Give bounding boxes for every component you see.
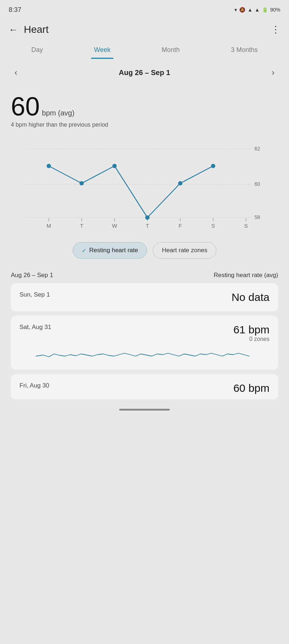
day-bpm-sat: 61 bpm [233, 324, 269, 336]
network-icon: ▲ [255, 7, 260, 13]
chart-point-fri [178, 181, 182, 185]
svg-text:62: 62 [254, 146, 260, 152]
day-value-col-sat: 61 bpm 0 zones [233, 324, 269, 342]
mute-icon: 🔕 [239, 7, 245, 13]
day-card-header-sat: Sat, Aug 31 61 bpm 0 zones [20, 324, 269, 342]
chart-svg: 62 60 58 M T W T F S S [11, 138, 278, 232]
day-bpm-unit-fri: bpm [249, 382, 269, 394]
main-content: 60 bpm (avg) 4 bpm higher than the previ… [0, 86, 289, 399]
bpm-subtitle: 4 bpm higher than the previous period [11, 122, 278, 128]
day-zones-sat: 0 zones [233, 336, 269, 342]
mini-chart-svg-sat [20, 346, 269, 360]
chart-point-wed [112, 164, 117, 168]
status-icons: ▾ 🔕 ▲ ▲ 🔋 90% [234, 7, 280, 13]
app-header: ← Heart ⋮ [0, 18, 289, 41]
resting-hr-label: Resting heart rate [89, 247, 138, 254]
svg-text:60: 60 [254, 181, 260, 187]
date-range-label: Aug 26 – Sep 1 [119, 69, 170, 77]
more-options-button[interactable]: ⋮ [271, 24, 280, 35]
day-cards-list: Sun, Sep 1 No data Sat, Aug 31 61 bpm 0 … [11, 283, 278, 399]
home-indicator [0, 403, 289, 413]
chart-point-mon [47, 164, 51, 168]
date-navigation: ‹ Aug 26 – Sep 1 › [0, 59, 289, 86]
chart-point-thu [145, 215, 150, 220]
signal-icon: ▲ [247, 7, 253, 13]
stats-section: Aug 26 – Sep 1 Resting heart rate (avg) [11, 264, 278, 283]
tab-day[interactable]: Day [24, 41, 50, 59]
status-bar: 8:37 ▾ 🔕 ▲ ▲ 🔋 90% [0, 0, 289, 18]
tab-week[interactable]: Week [87, 41, 118, 59]
day-value-sun: No data [232, 291, 269, 303]
check-icon: ✓ [82, 247, 86, 254]
battery-pct: 90% [270, 7, 280, 13]
hr-zones-label: Heart rate zones [162, 247, 207, 254]
stats-metric: Resting heart rate (avg) [213, 272, 278, 279]
header-left: ← Heart [9, 24, 48, 35]
heart-rate-zones-filter[interactable]: Heart rate zones [153, 242, 216, 259]
day-bpm-unit-sat: bpm [249, 324, 269, 336]
bpm-value-row: 60 bpm (avg) [11, 93, 278, 119]
bpm-number: 60 [11, 93, 40, 119]
day-card-sat[interactable]: Sat, Aug 31 61 bpm 0 zones [11, 316, 278, 370]
svg-text:W: W [112, 223, 117, 229]
prev-period-button[interactable]: ‹ [11, 66, 21, 79]
wifi-icon: ▾ [234, 7, 237, 13]
stats-date-range: Aug 26 – Sep 1 [11, 272, 53, 279]
page-title: Heart [24, 24, 48, 35]
day-label-sun: Sun, Sep 1 [20, 291, 50, 298]
svg-text:F: F [178, 223, 182, 229]
day-card-header-fri: Fri, Aug 30 60 bpm [20, 382, 269, 394]
bpm-unit: bpm (avg) [42, 109, 74, 117]
mini-chart-sat [20, 346, 269, 362]
svg-text:S: S [211, 223, 215, 229]
home-bar [119, 409, 170, 411]
back-button[interactable]: ← [9, 25, 18, 34]
heart-rate-chart: 62 60 58 M T W T F S S [11, 138, 278, 233]
day-label-sat: Sat, Aug 31 [20, 324, 51, 331]
svg-text:58: 58 [254, 214, 260, 220]
chart-point-tue [79, 181, 84, 185]
day-value-col-fri: 60 bpm [233, 382, 269, 394]
bpm-display: 60 bpm (avg) 4 bpm higher than the previ… [11, 86, 278, 131]
period-tabs: Day Week Month 3 Months [0, 41, 289, 59]
day-bpm-fri: 60 bpm [233, 382, 269, 394]
next-period-button[interactable]: › [268, 66, 278, 79]
svg-text:M: M [47, 223, 51, 229]
day-card-sun[interactable]: Sun, Sep 1 No data [11, 283, 278, 311]
status-time: 8:37 [9, 6, 21, 14]
svg-text:S: S [244, 223, 248, 229]
svg-text:T: T [146, 223, 149, 229]
tab-3months[interactable]: 3 Months [224, 41, 265, 59]
day-label-fri: Fri, Aug 30 [20, 382, 49, 389]
resting-heart-rate-filter[interactable]: ✓ Resting heart rate [73, 242, 147, 259]
battery-icon: 🔋 [262, 7, 268, 13]
tab-month[interactable]: Month [155, 41, 187, 59]
filter-buttons: ✓ Resting heart rate Heart rate zones [11, 242, 278, 259]
svg-text:T: T [80, 223, 83, 229]
day-card-header-sun: Sun, Sep 1 No data [20, 291, 269, 303]
day-card-fri[interactable]: Fri, Aug 30 60 bpm [11, 374, 278, 399]
chart-point-sat [211, 164, 215, 168]
